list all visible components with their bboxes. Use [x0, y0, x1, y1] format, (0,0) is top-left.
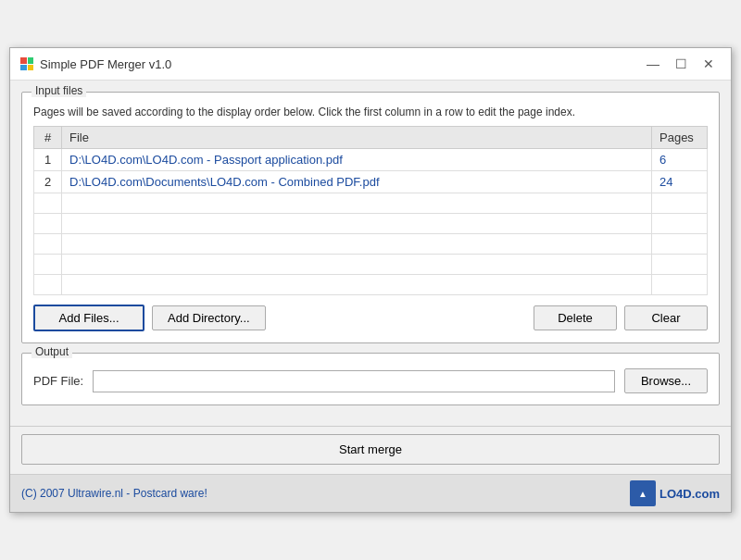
titlebar-left: Simple PDF Merger v1.0: [19, 56, 171, 71]
window-title: Simple PDF Merger v1.0: [40, 57, 171, 71]
input-files-label: Input files: [31, 84, 86, 97]
start-merge-section: Start merge: [10, 426, 731, 474]
output-group: Output PDF File: Browse...: [21, 353, 720, 405]
table-cell-file: D:\LO4D.com\LO4D.com - Passport applicat…: [62, 149, 652, 171]
lo4d-logo-text: LO4D.com: [659, 487, 720, 501]
close-button[interactable]: ✕: [696, 54, 722, 74]
instruction-text: Pages will be saved according to the dis…: [33, 106, 708, 118]
minimize-button[interactable]: —: [640, 54, 666, 74]
browse-button[interactable]: Browse...: [624, 368, 708, 393]
output-fields: PDF File: Browse...: [33, 368, 708, 393]
col-header-file: File: [62, 127, 652, 149]
maximize-button[interactable]: ☐: [668, 54, 694, 74]
output-group-label: Output: [31, 345, 72, 358]
table-row[interactable]: 1D:\LO4D.com\LO4D.com - Passport applica…: [34, 149, 708, 171]
file-table: # File Pages 1D:\LO4D.com\LO4D.com - Pas…: [33, 126, 708, 295]
lo4d-icon: ▲: [630, 480, 656, 506]
clear-button[interactable]: Clear: [624, 305, 708, 330]
table-row-empty: [34, 193, 708, 214]
table-cell-pages: 6: [652, 149, 708, 171]
main-window: Simple PDF Merger v1.0 — ☐ ✕ Input files…: [9, 47, 732, 513]
titlebar-controls: — ☐ ✕: [640, 54, 722, 74]
col-header-num: #: [34, 127, 62, 149]
input-files-group: Input files Pages will be saved accordin…: [21, 92, 720, 343]
table-cell-pages: 24: [652, 171, 708, 193]
titlebar: Simple PDF Merger v1.0 — ☐ ✕: [10, 48, 731, 81]
main-content: Input files Pages will be saved accordin…: [10, 81, 731, 426]
table-row-empty: [34, 275, 708, 295]
table-row-empty: [34, 255, 708, 275]
table-header-row: # File Pages: [34, 127, 708, 149]
col-header-pages: Pages: [652, 127, 708, 149]
footer-logo: ▲ LO4D.com: [630, 480, 720, 506]
table-cell-num: 2: [34, 171, 62, 193]
delete-button[interactable]: Delete: [534, 305, 617, 330]
table-row-empty: [34, 214, 708, 234]
footer: (C) 2007 Ultrawire.nl - Postcard ware! ▲…: [10, 474, 731, 512]
footer-link[interactable]: (C) 2007 Ultrawire.nl - Postcard ware!: [21, 487, 207, 500]
table-row-empty: [34, 234, 708, 255]
table-cell-num: 1: [34, 149, 62, 171]
add-files-button[interactable]: Add Files...: [33, 305, 144, 331]
start-merge-button[interactable]: Start merge: [21, 434, 720, 465]
file-buttons-row: Add Files... Add Directory... Delete Cle…: [33, 305, 708, 331]
table-row[interactable]: 2D:\LO4D.com\Documents\LO4D.com - Combin…: [34, 171, 708, 193]
table-cell-file: D:\LO4D.com\Documents\LO4D.com - Combine…: [62, 171, 652, 193]
pdf-file-label: PDF File:: [33, 374, 83, 388]
add-directory-button[interactable]: Add Directory...: [152, 305, 266, 330]
pdf-file-input[interactable]: [93, 370, 615, 392]
app-icon: [19, 56, 34, 71]
